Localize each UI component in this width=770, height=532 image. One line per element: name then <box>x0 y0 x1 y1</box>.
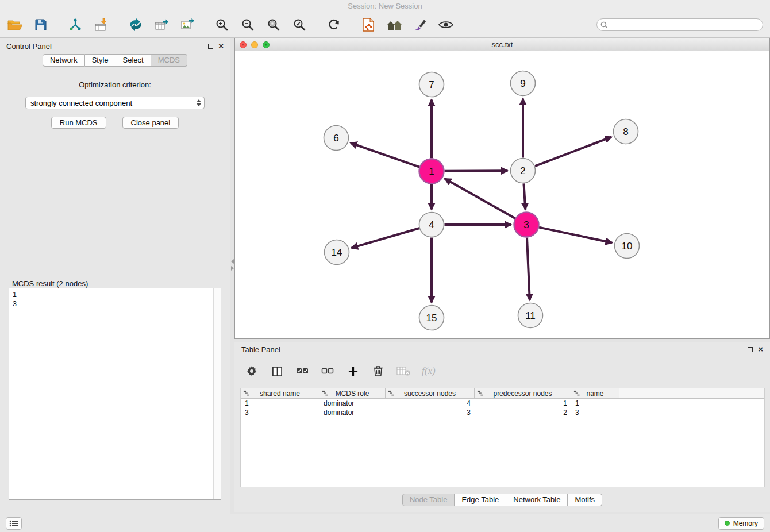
zoom-in-icon[interactable] <box>214 17 230 33</box>
control-panel-tabs: Network Style Select MCDS <box>0 54 230 67</box>
graph-node-11[interactable]: 11 <box>518 303 543 328</box>
graph-edge-1-6[interactable] <box>351 143 419 167</box>
tab-network[interactable]: Network <box>43 54 85 67</box>
tab-edge-table[interactable]: Edge Table <box>455 494 506 506</box>
eye-icon[interactable] <box>438 17 454 33</box>
graph-edge-3-10[interactable] <box>539 228 612 243</box>
window-title: Session: New Session <box>348 2 422 10</box>
gear-icon[interactable] <box>245 364 259 378</box>
toolbar-group-import <box>67 17 109 33</box>
network-window-title: scc.txt <box>492 40 513 49</box>
column-header-mcds-role[interactable]: MCDS role <box>319 388 386 398</box>
graph-edge-4-14[interactable] <box>351 228 419 248</box>
zoom-fit-icon[interactable] <box>265 17 282 33</box>
delete-table-icon <box>396 364 410 378</box>
export-network-icon[interactable] <box>128 17 144 33</box>
float-table-panel-icon[interactable] <box>748 347 753 352</box>
column-header-predecessor-nodes[interactable]: predecessor nodes <box>475 388 571 398</box>
cell-shared-name: 3 <box>241 408 319 417</box>
mcds-result-area[interactable]: 1 3 <box>9 288 221 500</box>
graph-node-15[interactable]: 15 <box>419 306 444 330</box>
graph-edge-3-1[interactable] <box>445 179 515 218</box>
zoom-window-icon[interactable]: + <box>263 41 270 48</box>
minimize-window-icon[interactable]: – <box>251 41 258 48</box>
trash-icon[interactable] <box>371 364 385 378</box>
criterion-select-value: strongly connected component <box>30 99 132 107</box>
export-table-icon[interactable] <box>153 17 170 33</box>
graph-edge-3-11[interactable] <box>527 237 530 300</box>
zoom-selected-icon[interactable] <box>291 17 307 33</box>
column-header-name[interactable]: name <box>571 388 619 398</box>
table-panel-header: Table Panel × <box>234 342 770 357</box>
refresh-icon[interactable] <box>326 17 342 33</box>
svg-text:8: 8 <box>623 126 628 137</box>
combo-stepper-icon <box>197 97 201 109</box>
select-all-icon[interactable] <box>295 364 309 378</box>
zoom-out-icon[interactable] <box>240 17 256 33</box>
tab-style[interactable]: Style <box>85 54 116 67</box>
column-header-filler <box>619 388 764 398</box>
tab-node-table[interactable]: Node Table <box>402 494 455 506</box>
toolbar-group-zoom <box>214 17 307 33</box>
close-window-icon[interactable]: × <box>240 41 247 48</box>
graph-node-2[interactable]: 2 <box>511 159 536 183</box>
run-mcds-button[interactable]: Run MCDS <box>51 117 106 129</box>
node-table: shared name MCDS role successor nodes pr… <box>240 388 765 487</box>
graph-node-3[interactable]: 3 <box>514 213 539 237</box>
optimization-criterion-label: Optimization criterion: <box>0 80 230 89</box>
graph-edge-2-3[interactable] <box>523 183 525 209</box>
graph-node-9[interactable]: 9 <box>511 71 536 96</box>
tab-mcds[interactable]: MCDS <box>151 54 187 67</box>
export-image-icon[interactable] <box>179 17 195 33</box>
show-columns-icon[interactable] <box>270 364 284 378</box>
graph-node-8[interactable]: 8 <box>614 119 638 144</box>
column-type-icon <box>573 390 580 396</box>
save-session-icon[interactable] <box>33 17 49 33</box>
tab-network-table[interactable]: Network Table <box>506 494 568 506</box>
column-header-successor-nodes[interactable]: successor nodes <box>386 388 475 398</box>
import-network-icon[interactable] <box>67 17 83 33</box>
add-row-icon[interactable] <box>346 364 360 378</box>
open-file-icon[interactable] <box>7 17 23 33</box>
deselect-all-icon[interactable] <box>321 364 334 378</box>
toolbar-group-export <box>128 17 195 33</box>
tab-select[interactable]: Select <box>116 54 151 67</box>
close-panel-button[interactable]: Close panel <box>122 117 179 129</box>
column-type-icon <box>243 390 249 396</box>
table-panel-tabs: Node Table Edge Table Network Table Moti… <box>234 494 770 506</box>
graph-edge-2-8[interactable] <box>535 137 611 166</box>
table-row[interactable]: 3 dominator 3 2 3 <box>241 408 764 417</box>
mcds-result-title: MCDS result (2 nodes) <box>10 279 90 288</box>
svg-text:3: 3 <box>523 219 529 230</box>
close-panel-icon[interactable]: × <box>218 43 224 49</box>
column-header-shared-name[interactable]: shared name <box>241 388 319 398</box>
import-table-icon[interactable] <box>93 17 109 33</box>
graph-node-6[interactable]: 6 <box>324 126 349 151</box>
network-file-icon[interactable] <box>360 17 376 33</box>
svg-text:2: 2 <box>520 165 525 176</box>
close-table-panel-icon[interactable]: × <box>758 346 763 352</box>
cell-mcds-role: dominator <box>319 408 386 417</box>
graph-node-14[interactable]: 14 <box>325 240 349 265</box>
result-scrollbar[interactable] <box>213 288 221 499</box>
graph-node-1[interactable]: 1 <box>419 159 444 184</box>
criterion-select[interactable]: strongly connected component <box>25 97 205 109</box>
table-row[interactable]: 1 dominator 4 1 1 <box>241 399 764 408</box>
panel-splitter-icon[interactable] <box>230 257 234 272</box>
search-input[interactable] <box>596 18 763 31</box>
tab-motifs[interactable]: Motifs <box>568 494 602 506</box>
show-panels-button[interactable] <box>6 517 22 530</box>
network-canvas[interactable]: 7968124314101511 <box>235 51 769 338</box>
table-toolbar: f(x) <box>234 357 770 385</box>
network-graph: 7968124314101511 <box>235 51 769 338</box>
column-label: name <box>586 390 603 398</box>
memory-button[interactable]: Memory <box>718 517 764 530</box>
home-network-icon[interactable] <box>386 17 402 33</box>
graph-node-4[interactable]: 4 <box>419 213 444 237</box>
style-brush-icon[interactable] <box>412 17 428 33</box>
graph-node-7[interactable]: 7 <box>419 72 444 97</box>
float-panel-icon[interactable] <box>208 44 213 49</box>
svg-text:10: 10 <box>622 241 633 252</box>
graph-edge-1-2[interactable] <box>444 171 507 171</box>
graph-node-10[interactable]: 10 <box>615 234 640 259</box>
